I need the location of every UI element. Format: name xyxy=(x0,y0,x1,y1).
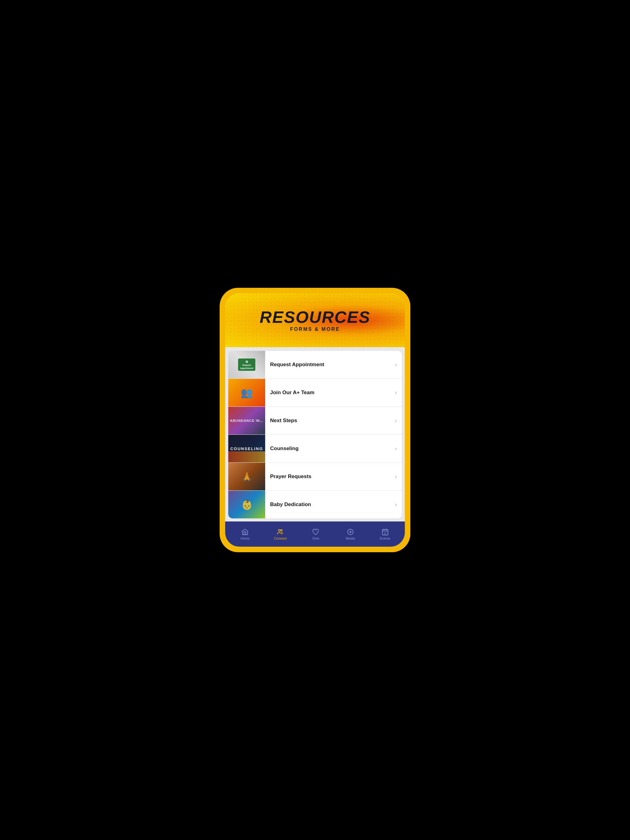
thumbnail-counseling: COUNSELING xyxy=(228,435,265,463)
resources-list: RequestAppointment Request Appointment ›… xyxy=(228,351,402,518)
chevron-icon-counseling: › xyxy=(395,445,397,452)
list-item-counseling[interactable]: COUNSELING Counseling › xyxy=(228,435,402,463)
heart-icon xyxy=(312,528,319,535)
chevron-icon-baby: › xyxy=(395,502,397,508)
nav-item-media[interactable]: Media xyxy=(341,526,359,542)
list-item-join-team[interactable]: Join Our A+ Team › xyxy=(228,379,402,407)
page-subtitle: FORMS & MORE xyxy=(290,327,340,332)
page-title: RESOURCES xyxy=(260,309,370,325)
header-banner: RESOURCES FORMS & MORE xyxy=(225,293,405,347)
thumbnail-baby xyxy=(228,491,265,518)
nav-label-give: Give xyxy=(312,537,319,540)
chevron-icon-appointment: › xyxy=(395,362,397,368)
item-label-nextsteps: Next Steps xyxy=(270,418,297,424)
item-label-baby: Baby Dedication xyxy=(270,502,311,508)
list-item-baby-dedication[interactable]: Baby Dedication › xyxy=(228,491,402,518)
nav-label-connect: Connect xyxy=(274,537,287,540)
item-label-counseling: Counseling xyxy=(270,445,299,452)
svg-text:17: 17 xyxy=(384,532,386,534)
calendar-icon: 17 xyxy=(381,528,389,535)
chevron-icon-prayer: › xyxy=(395,474,397,480)
people-icon xyxy=(277,528,284,535)
thumbnail-team xyxy=(228,379,265,406)
home-icon xyxy=(241,528,249,535)
item-content-prayer: Prayer Requests › xyxy=(265,474,402,480)
thumbnail-nextsteps: ABUNDANCE IN... xyxy=(228,407,265,434)
list-item-request-appointment[interactable]: RequestAppointment Request Appointment › xyxy=(228,351,402,379)
item-content-appointment: Request Appointment › xyxy=(265,362,402,368)
svg-point-1 xyxy=(281,529,282,531)
phone-frame: RESOURCES FORMS & MORE RequestAppointmen… xyxy=(220,288,410,552)
bottom-navigation: Home Connect Give xyxy=(225,521,405,547)
counseling-thumb-text: COUNSELING xyxy=(230,447,263,451)
nav-label-home: Home xyxy=(241,537,250,540)
chevron-icon-nextsteps: › xyxy=(395,418,397,424)
nav-item-events[interactable]: 17 Events xyxy=(376,526,394,542)
nav-item-connect[interactable]: Connect xyxy=(271,526,290,542)
item-content-team: Join Our A+ Team › xyxy=(265,390,402,396)
list-item-prayer-requests[interactable]: Prayer Requests › xyxy=(228,463,402,491)
item-content-counseling: Counseling › xyxy=(265,445,402,452)
list-item-next-steps[interactable]: ABUNDANCE IN... Next Steps › xyxy=(228,407,402,435)
content-area: RequestAppointment Request Appointment ›… xyxy=(225,347,405,521)
nav-item-give[interactable]: Give xyxy=(306,526,325,542)
item-content-baby: Baby Dedication › xyxy=(265,502,402,508)
nav-label-events: Events xyxy=(380,537,390,540)
play-icon xyxy=(347,528,354,535)
item-content-nextsteps: Next Steps › xyxy=(265,418,402,424)
nav-item-home[interactable]: Home xyxy=(236,526,254,542)
item-label-team: Join Our A+ Team xyxy=(270,390,314,396)
item-label-appointment: Request Appointment xyxy=(270,362,324,368)
thumbnail-prayer xyxy=(228,463,265,490)
item-label-prayer: Prayer Requests xyxy=(270,474,311,480)
nextsteps-thumb-text: ABUNDANCE IN... xyxy=(230,419,263,422)
nav-label-media: Media xyxy=(346,537,355,540)
svg-point-0 xyxy=(279,529,280,531)
thumbnail-appointment: RequestAppointment xyxy=(228,351,265,379)
chevron-icon-team: › xyxy=(395,390,397,396)
svg-marker-3 xyxy=(350,531,352,533)
phone-screen: RESOURCES FORMS & MORE RequestAppointmen… xyxy=(225,293,405,547)
appointment-badge: RequestAppointment xyxy=(238,358,255,371)
